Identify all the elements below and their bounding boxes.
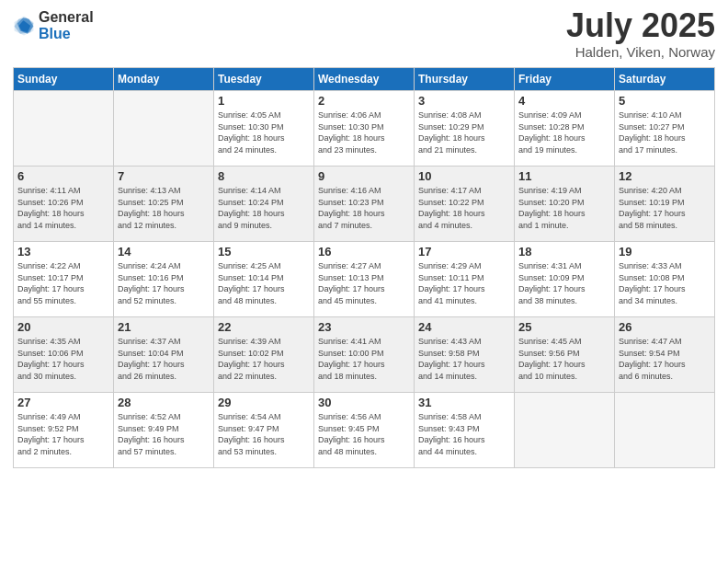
page: General Blue July 2025 Halden, Viken, No… — [0, 0, 728, 563]
day-info: Sunrise: 4:09 AM Sunset: 10:28 PM Daylig… — [518, 109, 610, 155]
table-row: 30Sunrise: 4:56 AM Sunset: 9:45 PM Dayli… — [314, 393, 415, 468]
table-row: 4Sunrise: 4:09 AM Sunset: 10:28 PM Dayli… — [515, 91, 615, 167]
day-number: 25 — [518, 320, 610, 334]
day-number: 9 — [318, 169, 410, 183]
header-tuesday: Tuesday — [214, 68, 314, 91]
day-number: 15 — [218, 245, 310, 259]
day-number: 22 — [218, 320, 310, 334]
day-number: 7 — [118, 169, 210, 183]
day-number: 19 — [619, 245, 711, 259]
day-number: 16 — [318, 245, 410, 259]
day-info: Sunrise: 4:45 AM Sunset: 9:56 PM Dayligh… — [518, 336, 610, 382]
table-row: 21Sunrise: 4:37 AM Sunset: 10:04 PM Dayl… — [114, 317, 214, 393]
header: General Blue July 2025 Halden, Viken, No… — [13, 9, 715, 60]
day-info: Sunrise: 4:41 AM Sunset: 10:00 PM Daylig… — [318, 336, 410, 382]
day-info: Sunrise: 4:13 AM Sunset: 10:25 PM Daylig… — [118, 185, 210, 231]
day-number: 20 — [17, 320, 109, 334]
day-info: Sunrise: 4:52 AM Sunset: 9:49 PM Dayligh… — [118, 411, 210, 457]
day-info: Sunrise: 4:20 AM Sunset: 10:19 PM Daylig… — [619, 185, 711, 231]
table-row — [14, 91, 114, 167]
logo: General Blue — [13, 9, 94, 41]
header-thursday: Thursday — [415, 68, 515, 91]
logo-text: General Blue — [39, 9, 94, 41]
day-number: 31 — [418, 396, 510, 409]
table-row — [615, 393, 715, 468]
logo-icon — [13, 15, 35, 37]
table-row: 15Sunrise: 4:25 AM Sunset: 10:14 PM Dayl… — [214, 242, 314, 317]
day-info: Sunrise: 4:06 AM Sunset: 10:30 PM Daylig… — [318, 109, 410, 155]
day-info: Sunrise: 4:58 AM Sunset: 9:43 PM Dayligh… — [418, 411, 510, 457]
table-row — [515, 393, 615, 468]
table-row: 12Sunrise: 4:20 AM Sunset: 10:19 PM Dayl… — [615, 167, 715, 242]
day-info: Sunrise: 4:47 AM Sunset: 9:54 PM Dayligh… — [619, 336, 711, 382]
table-row: 20Sunrise: 4:35 AM Sunset: 10:06 PM Dayl… — [14, 317, 114, 393]
day-number: 3 — [418, 94, 510, 108]
table-row: 11Sunrise: 4:19 AM Sunset: 10:20 PM Dayl… — [515, 167, 615, 242]
weekday-header-row: Sunday Monday Tuesday Wednesday Thursday… — [14, 68, 715, 91]
table-row: 6Sunrise: 4:11 AM Sunset: 10:26 PM Dayli… — [14, 167, 114, 242]
day-info: Sunrise: 4:24 AM Sunset: 10:16 PM Daylig… — [118, 260, 210, 306]
day-number: 4 — [518, 94, 610, 108]
header-saturday: Saturday — [615, 68, 715, 91]
table-row: 16Sunrise: 4:27 AM Sunset: 10:13 PM Dayl… — [314, 242, 415, 317]
table-row: 22Sunrise: 4:39 AM Sunset: 10:02 PM Dayl… — [214, 317, 314, 393]
table-row: 29Sunrise: 4:54 AM Sunset: 9:47 PM Dayli… — [214, 393, 314, 468]
day-number: 27 — [17, 396, 109, 409]
day-info: Sunrise: 4:05 AM Sunset: 10:30 PM Daylig… — [218, 109, 310, 155]
day-number: 14 — [118, 245, 210, 259]
table-row: 25Sunrise: 4:45 AM Sunset: 9:56 PM Dayli… — [515, 317, 615, 393]
day-info: Sunrise: 4:56 AM Sunset: 9:45 PM Dayligh… — [318, 411, 410, 457]
day-info: Sunrise: 4:25 AM Sunset: 10:14 PM Daylig… — [218, 260, 310, 306]
table-row: 19Sunrise: 4:33 AM Sunset: 10:08 PM Dayl… — [615, 242, 715, 317]
day-number: 13 — [17, 245, 109, 259]
day-info: Sunrise: 4:14 AM Sunset: 10:24 PM Daylig… — [218, 185, 310, 231]
day-info: Sunrise: 4:29 AM Sunset: 10:11 PM Daylig… — [418, 260, 510, 306]
table-row: 17Sunrise: 4:29 AM Sunset: 10:11 PM Dayl… — [415, 242, 515, 317]
day-info: Sunrise: 4:39 AM Sunset: 10:02 PM Daylig… — [218, 336, 310, 382]
day-info: Sunrise: 4:35 AM Sunset: 10:06 PM Daylig… — [17, 336, 109, 382]
table-row: 31Sunrise: 4:58 AM Sunset: 9:43 PM Dayli… — [415, 393, 515, 468]
table-row: 8Sunrise: 4:14 AM Sunset: 10:24 PM Dayli… — [214, 167, 314, 242]
table-row: 7Sunrise: 4:13 AM Sunset: 10:25 PM Dayli… — [114, 167, 214, 242]
day-number: 29 — [218, 396, 310, 409]
title-month: July 2025 — [566, 9, 715, 42]
table-row: 27Sunrise: 4:49 AM Sunset: 9:52 PM Dayli… — [14, 393, 114, 468]
day-info: Sunrise: 4:08 AM Sunset: 10:29 PM Daylig… — [418, 109, 510, 155]
calendar-week-row: 20Sunrise: 4:35 AM Sunset: 10:06 PM Dayl… — [14, 317, 715, 393]
day-info: Sunrise: 4:10 AM Sunset: 10:27 PM Daylig… — [619, 109, 711, 155]
logo-general-text: General — [39, 9, 94, 26]
table-row: 28Sunrise: 4:52 AM Sunset: 9:49 PM Dayli… — [114, 393, 214, 468]
calendar-table: Sunday Monday Tuesday Wednesday Thursday… — [13, 67, 715, 468]
day-number: 23 — [318, 320, 410, 334]
day-info: Sunrise: 4:17 AM Sunset: 10:22 PM Daylig… — [418, 185, 510, 231]
header-friday: Friday — [515, 68, 615, 91]
day-number: 2 — [318, 94, 410, 108]
day-number: 6 — [17, 169, 109, 183]
table-row: 3Sunrise: 4:08 AM Sunset: 10:29 PM Dayli… — [415, 91, 515, 167]
day-info: Sunrise: 4:27 AM Sunset: 10:13 PM Daylig… — [318, 260, 410, 306]
table-row: 10Sunrise: 4:17 AM Sunset: 10:22 PM Dayl… — [415, 167, 515, 242]
day-info: Sunrise: 4:16 AM Sunset: 10:23 PM Daylig… — [318, 185, 410, 231]
table-row: 23Sunrise: 4:41 AM Sunset: 10:00 PM Dayl… — [314, 317, 415, 393]
title-location: Halden, Viken, Norway — [566, 44, 715, 60]
day-number: 11 — [518, 169, 610, 183]
calendar-week-row: 6Sunrise: 4:11 AM Sunset: 10:26 PM Dayli… — [14, 167, 715, 242]
table-row: 14Sunrise: 4:24 AM Sunset: 10:16 PM Dayl… — [114, 242, 214, 317]
day-number: 10 — [418, 169, 510, 183]
day-number: 28 — [118, 396, 210, 409]
table-row: 24Sunrise: 4:43 AM Sunset: 9:58 PM Dayli… — [415, 317, 515, 393]
table-row: 5Sunrise: 4:10 AM Sunset: 10:27 PM Dayli… — [615, 91, 715, 167]
day-number: 12 — [619, 169, 711, 183]
day-number: 5 — [619, 94, 711, 108]
calendar-week-row: 13Sunrise: 4:22 AM Sunset: 10:17 PM Dayl… — [14, 242, 715, 317]
day-number: 30 — [318, 396, 410, 409]
day-info: Sunrise: 4:31 AM Sunset: 10:09 PM Daylig… — [518, 260, 610, 306]
day-info: Sunrise: 4:49 AM Sunset: 9:52 PM Dayligh… — [17, 411, 109, 457]
table-row — [114, 91, 214, 167]
day-number: 1 — [218, 94, 310, 108]
day-info: Sunrise: 4:19 AM Sunset: 10:20 PM Daylig… — [518, 185, 610, 231]
day-number: 24 — [418, 320, 510, 334]
day-info: Sunrise: 4:43 AM Sunset: 9:58 PM Dayligh… — [418, 336, 510, 382]
day-number: 26 — [619, 320, 711, 334]
day-info: Sunrise: 4:22 AM Sunset: 10:17 PM Daylig… — [17, 260, 109, 306]
